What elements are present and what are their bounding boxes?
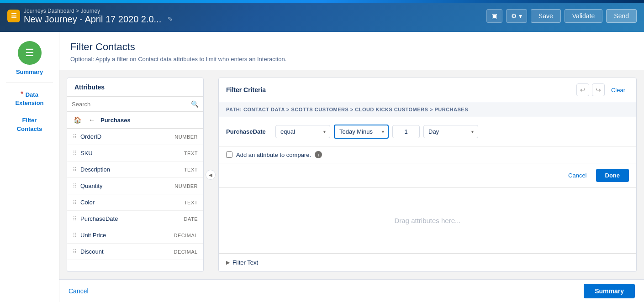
criteria-header: Filter Criteria ↩ ↪ Clear <box>219 78 636 102</box>
topbar-brand: ☰ Journeys Dashboard > Journey New Journ… <box>7 8 486 25</box>
page-title: New Journey - April 17 2020 2.0... <box>24 14 161 25</box>
search-box: 🔍 <box>67 97 203 112</box>
footer-summary-button[interactable]: Summary <box>584 284 635 298</box>
save-button[interactable]: Save <box>531 9 561 23</box>
number-value-input[interactable] <box>392 125 420 138</box>
sidebar: ☰ Summary * Data Extension Filter Contac… <box>0 32 59 302</box>
attribute-name: Discount <box>80 248 170 255</box>
attribute-list-item[interactable]: ⠿ OrderID NUMBER <box>67 129 203 145</box>
panel-icon: ▣ <box>491 12 497 20</box>
filter-row-actions: Cancel Done <box>219 163 636 188</box>
undo-button[interactable]: ↩ <box>576 83 589 96</box>
drag-handle: ⠿ <box>73 134 77 140</box>
main-layout: ☰ Summary * Data Extension Filter Contac… <box>0 32 644 302</box>
data-extension-label: Data Extension <box>15 91 43 106</box>
validate-button[interactable]: Validate <box>565 9 603 23</box>
attribute-list-item[interactable]: ⠿ Quantity NUMBER <box>67 178 203 194</box>
value-type-select-wrapper: Today MinusToday PlusTodaySpecific Date <box>334 125 389 139</box>
nav-home-button[interactable]: 🏠 <box>72 115 83 125</box>
add-attr-checkbox[interactable] <box>226 151 232 158</box>
filter-contacts-header: Filter Contacts Optional: Apply a filter… <box>59 32 644 70</box>
filter-cancel-button[interactable]: Cancel <box>563 169 592 182</box>
sidebar-item-summary[interactable]: Summary <box>16 68 43 75</box>
topbar: ☰ Journeys Dashboard > Journey New Journ… <box>0 0 644 32</box>
attribute-list-item[interactable]: ⠿ Unit Price DECIMAL <box>67 227 203 244</box>
attribute-type: TEXT <box>184 167 198 172</box>
filter-criteria-panel: Filter Criteria ↩ ↪ Clear PATH: CONTACT … <box>218 78 637 272</box>
drag-handle: ⠿ <box>73 199 77 206</box>
app-logo: ☰ <box>7 10 20 22</box>
content-area: Filter Contacts Optional: Apply a filter… <box>59 32 644 302</box>
filter-text-expandable[interactable]: ▶ Filter Text <box>219 253 636 271</box>
topbar-actions: ▣ ⚙ ▾ Save Validate Send <box>486 9 637 23</box>
period-select[interactable]: DayWeekMonth <box>423 125 478 138</box>
filter-text-chevron: ▶ <box>226 260 230 266</box>
attribute-list-item[interactable]: ⠿ Discount DECIMAL <box>67 244 203 260</box>
attribute-list-item[interactable]: ⠿ Description TEXT <box>67 161 203 178</box>
search-input[interactable] <box>72 101 188 108</box>
settings-icon: ⚙ <box>511 12 517 20</box>
nav-current-label: Purchases <box>100 117 131 124</box>
sidebar-divider-1 <box>6 83 53 83</box>
filter-contacts-description: Optional: Apply a filter on Contact data… <box>70 56 633 62</box>
attributes-list: ⠿ OrderID NUMBER ⠿ SKU TEXT ⠿ Descriptio… <box>67 129 203 271</box>
attributes-header: Attributes <box>67 78 203 97</box>
attribute-type: NUMBER <box>174 134 198 140</box>
attribute-name: OrderID <box>80 133 171 140</box>
period-select-wrapper: DayWeekMonth <box>423 125 478 138</box>
drag-handle: ⠿ <box>73 183 77 189</box>
drag-handle: ⠿ <box>73 232 77 239</box>
add-attr-label: Add an attribute to compare. <box>236 151 311 158</box>
sidebar-item-data-extension[interactable]: * Data Extension <box>15 90 43 107</box>
summary-icon-glyph: ☰ <box>25 47 34 59</box>
attribute-name: SKU <box>80 150 180 156</box>
sidebar-item-filter-contacts[interactable]: Filter Contacts <box>17 116 42 133</box>
drag-drop-area: Drag attributes here... <box>219 188 636 253</box>
filter-path: PATH: CONTACT DATA > SCOTTS CUSTOMERS > … <box>219 102 636 117</box>
drag-handle: ⠿ <box>73 150 77 156</box>
operator-select-wrapper: equalnot equalless thangreater than <box>275 125 330 138</box>
collapse-panel-button[interactable]: ◀ <box>206 170 216 180</box>
attribute-name: PurchaseDate <box>80 215 180 222</box>
value-type-select[interactable]: Today MinusToday PlusTodaySpecific Date <box>334 125 389 139</box>
attribute-type: DATE <box>184 216 198 222</box>
settings-chevron: ▾ <box>519 12 522 20</box>
drag-handle: ⠿ <box>73 249 77 255</box>
nav-back-button[interactable]: ← <box>87 115 97 125</box>
panel-toggle-button[interactable]: ▣ <box>486 9 502 23</box>
filter-contacts-title: Filter Contacts <box>70 41 633 53</box>
clear-button[interactable]: Clear <box>607 85 629 95</box>
panel-area: Attributes 🔍 🏠 ← Purchases ⠿ OrderID NUM… <box>59 70 644 279</box>
attribute-type: TEXT <box>184 151 198 156</box>
attribute-list-item[interactable]: ⠿ Color TEXT <box>67 194 203 211</box>
attribute-type: TEXT <box>184 200 198 205</box>
summary-icon: ☰ <box>18 41 42 65</box>
filter-done-button[interactable]: Done <box>596 169 629 182</box>
attribute-type: DECIMAL <box>174 233 198 238</box>
settings-button[interactable]: ⚙ ▾ <box>506 9 527 23</box>
attribute-name: Description <box>80 166 180 173</box>
add-attr-compare-row: Add an attribute to compare. i <box>219 146 636 163</box>
attribute-name: Quantity <box>80 182 171 189</box>
attributes-nav-row: 🏠 ← Purchases <box>67 112 203 129</box>
attribute-name: Unit Price <box>80 232 170 239</box>
attributes-panel: Attributes 🔍 🏠 ← Purchases ⠿ OrderID NUM… <box>67 78 204 272</box>
search-icon: 🔍 <box>191 100 199 108</box>
filter-field-label: PurchaseDate <box>226 128 272 135</box>
drag-handle: ⠿ <box>73 216 77 222</box>
send-button[interactable]: Send <box>606 9 637 23</box>
drag-handle: ⠿ <box>73 167 77 173</box>
criteria-header-actions: ↩ ↪ Clear <box>576 83 629 96</box>
attribute-list-item[interactable]: ⠿ SKU TEXT <box>67 145 203 161</box>
redo-button[interactable]: ↪ <box>592 83 605 96</box>
required-asterisk: * <box>21 90 26 98</box>
attribute-type: NUMBER <box>174 183 198 189</box>
info-icon[interactable]: i <box>315 151 322 158</box>
edit-title-icon[interactable]: ✎ <box>168 16 173 23</box>
footer-cancel-button[interactable]: Cancel <box>69 287 89 295</box>
attribute-name: Color <box>80 199 180 206</box>
attribute-list-item[interactable]: ⠿ PurchaseDate DATE <box>67 211 203 227</box>
logo-icon: ☰ <box>11 12 17 20</box>
attribute-type: DECIMAL <box>174 249 198 255</box>
operator-select[interactable]: equalnot equalless thangreater than <box>275 125 330 138</box>
